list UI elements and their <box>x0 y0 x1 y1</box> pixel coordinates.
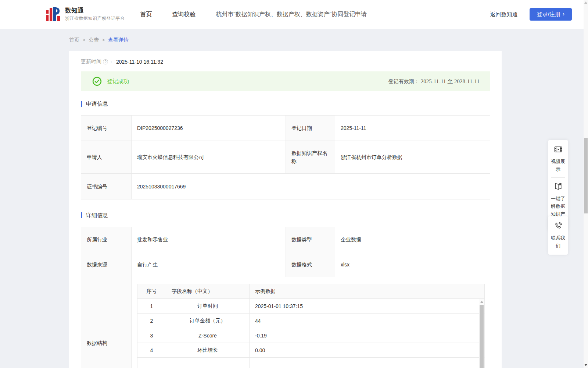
field-value-data-source: 自行产生 <box>132 252 286 277</box>
field-value-data-ip-name: 浙江省杭州市订单分析数据 <box>335 141 490 174</box>
application-info-table: 登记编号 DIP2025000027236 登记日期 2025-11-11 申请… <box>81 115 490 199</box>
section-title-text: 详细信息 <box>86 212 108 219</box>
cell-sample-data: 0.00 <box>250 343 485 358</box>
update-time-label: 更新时间 <box>81 59 101 65</box>
main-nav: 首页 查询校验 杭州市“数据知识产权、数据产权、数据资产”协同登记申请 <box>140 11 367 18</box>
section-title-application-info: 申请信息 <box>81 101 490 107</box>
structure-row: 1 订单时间 2025-01-01 10:37:15 <box>137 299 485 314</box>
scroll-up-icon[interactable] <box>480 301 483 303</box>
login-register-button[interactable]: 登录/注册 › <box>530 8 572 21</box>
section-marker <box>81 212 82 218</box>
column-header-sample-data: 示例数据 <box>250 284 485 299</box>
breadcrumb-current: 查看详情 <box>108 37 129 43</box>
status-banner: 登记成功 登记有效期： 2025-11-11 至 2028-11-11 <box>81 71 490 91</box>
help-icon[interactable]: ? <box>103 59 108 64</box>
table-row: 数据来源 自行产生 数据格式 xlsx <box>81 252 490 277</box>
widget-divider <box>551 177 565 178</box>
book-icon <box>554 182 563 191</box>
field-value-data-format: xlsx <box>335 252 490 277</box>
breadcrumb-separator: > <box>102 38 105 43</box>
brand-title: 数知通 <box>65 7 125 14</box>
structure-row: 4 环比增长 0.00 <box>137 343 485 358</box>
structure-row: 2 订单金额（元） 44 <box>137 314 485 328</box>
video-demo-label: 视频展示 <box>549 158 567 173</box>
table-row: 申请人 瑞安市火蝶信息科技有限公司 数据知识产权名称 浙江省杭州市订单分析数据 <box>81 141 490 174</box>
section-marker <box>81 101 82 107</box>
field-value-data-type: 企业数据 <box>335 227 490 252</box>
field-label-data-source: 数据来源 <box>81 252 132 277</box>
video-icon <box>554 145 563 154</box>
cell-sample-data: -0.19 <box>250 328 485 343</box>
structure-row <box>137 358 485 368</box>
cell-field-name: 订单金额（元） <box>166 314 250 328</box>
field-value-industry: 批发和零售业 <box>132 227 286 252</box>
update-time-value: 2025-11-10 16:11:32 <box>116 59 163 65</box>
chevron-right-icon: › <box>563 11 564 17</box>
cell-seq: 4 <box>137 343 166 358</box>
section-title-detail-info: 详细信息 <box>81 212 490 218</box>
page-scrollbar[interactable] <box>584 0 588 368</box>
scroll-up-arrow-icon[interactable] <box>584 1 587 4</box>
validity-value: 2025-11-11 至 2028-11-11 <box>421 78 480 84</box>
breadcrumb: 首页 > 公告 > 查看详情 <box>69 37 588 43</box>
data-structure-table: 序号 字段名称（中文） 示例数据 1 订单时间 2025-01-01 10:37… <box>137 284 485 368</box>
colon: ： <box>109 59 114 65</box>
video-demo-button[interactable]: 视频展示 <box>549 145 567 173</box>
field-label-data-ip-name: 数据知识产权名称 <box>286 141 335 174</box>
cell-field-name: Z-Score <box>166 328 250 343</box>
side-widget-contact: 联系我们 <box>548 216 568 255</box>
cell-field-name: 订单时间 <box>166 299 250 314</box>
breadcrumb-announcement[interactable]: 公告 <box>89 37 99 43</box>
cell-seq: 1 <box>137 299 166 314</box>
column-header-field-name: 字段名称（中文） <box>166 284 250 299</box>
breadcrumb-home[interactable]: 首页 <box>69 37 79 43</box>
field-label-registration-no: 登记编号 <box>81 116 132 141</box>
success-check-icon <box>92 77 102 86</box>
nav-hangzhou-joint-registration[interactable]: 杭州市“数据知识产权、数据产权、数据资产”协同登记申请 <box>216 11 367 18</box>
field-label-data-type: 数据类型 <box>286 227 335 252</box>
breadcrumb-separator: > <box>83 38 85 43</box>
cell-sample-data: 2025-01-01 10:37:15 <box>250 299 485 314</box>
contact-us-button[interactable]: 联系我们 <box>549 222 567 250</box>
back-to-shuzhitong-link[interactable]: 返回数知通 <box>490 11 518 18</box>
table-row: 证书编号 20251033000017669 <box>81 174 490 199</box>
structure-row: 3 Z-Score -0.19 <box>137 328 485 343</box>
table-row: 数据结构 序号 字段名称（中文） 示例数据 <box>81 277 490 368</box>
field-label-industry: 所属行业 <box>81 227 132 252</box>
brand-logo[interactable]: 数知通 浙江省数据知识产权登记平台 <box>46 7 125 22</box>
field-label-data-format: 数据格式 <box>286 252 335 277</box>
structure-scrollbar-thumb[interactable] <box>480 305 484 368</box>
field-label-certificate-no: 证书编号 <box>81 174 132 199</box>
detail-card: 更新时间 ? ： 2025-11-10 16:11:32 登记成功 登记有效期：… <box>69 51 502 368</box>
data-structure-label: 数据结构 <box>81 277 132 368</box>
cell-seq: 3 <box>137 328 166 343</box>
structure-table-scrollbar[interactable] <box>479 299 484 368</box>
field-label-registration-date: 登记日期 <box>286 116 335 141</box>
field-label-applicant: 申请人 <box>81 141 132 174</box>
page-scrollbar-thumb[interactable] <box>584 138 588 213</box>
table-row: 所属行业 批发和零售业 数据类型 企业数据 <box>81 227 490 252</box>
cell-sample-data: 44 <box>250 314 485 328</box>
section-title-text: 申请信息 <box>86 100 108 107</box>
top-nav-bar: 数知通 浙江省数据知识产权登记平台 首页 查询校验 杭州市“数据知识产权、数据产… <box>0 0 588 29</box>
field-value-registration-no: DIP2025000027236 <box>132 116 286 141</box>
column-header-seq: 序号 <box>137 284 166 299</box>
data-structure-table-container: 序号 字段名称（中文） 示例数据 1 订单时间 2025-01-01 10:37… <box>137 284 484 368</box>
field-value-applicant: 瑞安市火蝶信息科技有限公司 <box>132 141 286 174</box>
nav-query-verify[interactable]: 查询校验 <box>172 11 196 18</box>
brand-logo-icon <box>46 7 61 22</box>
validity-label: 登记有效期： <box>388 78 419 84</box>
table-row: 登记编号 DIP2025000027236 登记日期 2025-11-11 <box>81 116 490 141</box>
topbar-right: 返回数知通 登录/注册 › <box>490 8 572 21</box>
structure-header-row: 序号 字段名称（中文） 示例数据 <box>137 284 485 299</box>
login-register-label: 登录/注册 <box>537 11 560 18</box>
field-value-registration-date: 2025-11-11 <box>335 116 490 141</box>
validity-period: 登记有效期： 2025-11-11 至 2028-11-11 <box>388 78 480 85</box>
phone-icon <box>554 222 563 230</box>
field-value-certificate-no: 20251033000017669 <box>132 174 490 199</box>
scroll-down-arrow-icon[interactable] <box>584 364 587 366</box>
brand-subtitle: 浙江省数据知识产权登记平台 <box>65 15 125 22</box>
nav-home[interactable]: 首页 <box>140 11 152 18</box>
cell-seq: 2 <box>137 314 166 328</box>
status-text: 登记成功 <box>107 78 129 85</box>
